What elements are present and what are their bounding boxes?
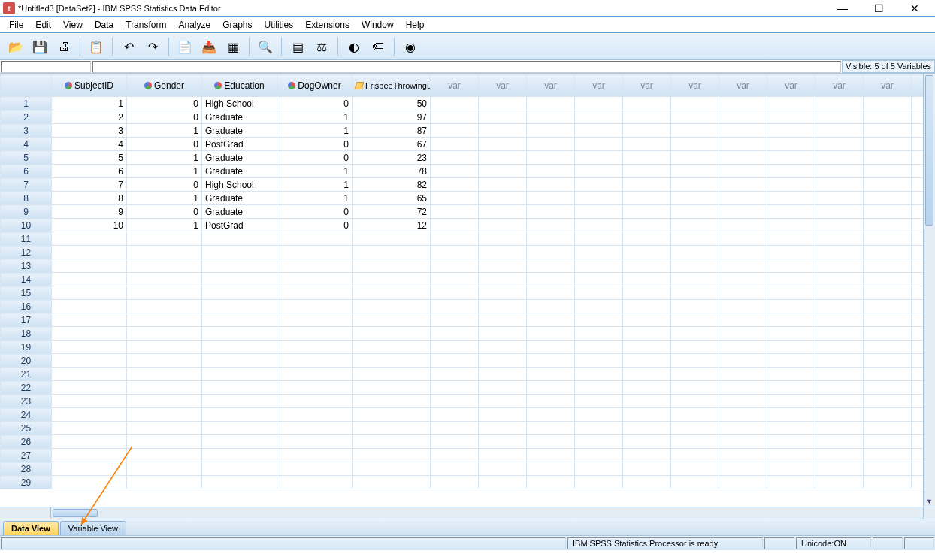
cell-empty[interactable] xyxy=(719,178,767,192)
cell-empty[interactable] xyxy=(479,395,527,408)
cell-empty[interactable] xyxy=(671,435,719,449)
cell[interactable]: 97 xyxy=(353,110,431,124)
cell-empty[interactable] xyxy=(815,178,864,192)
cell-empty[interactable] xyxy=(671,449,719,462)
cell-empty[interactable] xyxy=(479,408,527,422)
cell-empty[interactable] xyxy=(353,422,431,435)
cell-empty[interactable] xyxy=(864,476,912,489)
cell-empty[interactable] xyxy=(815,110,864,124)
cell-empty[interactable] xyxy=(52,408,127,422)
vscroll-thumb[interactable] xyxy=(925,75,933,226)
cell-empty[interactable] xyxy=(202,300,277,313)
cell-empty[interactable] xyxy=(719,205,767,219)
cell-empty[interactable] xyxy=(353,341,431,354)
column-header-dogowner[interactable]: DogOwner xyxy=(277,74,353,97)
cell-empty[interactable] xyxy=(671,381,719,395)
cell-empty[interactable] xyxy=(671,395,719,408)
vertical-scrollbar[interactable]: ▲ ▼ xyxy=(923,74,935,507)
cell-empty[interactable] xyxy=(353,286,431,300)
cell-empty[interactable] xyxy=(431,97,479,110)
toolbar-redo-button[interactable]: ↷ xyxy=(141,36,164,57)
cell-empty[interactable] xyxy=(527,138,575,151)
cell-empty[interactable] xyxy=(912,286,924,300)
column-header-subjectid[interactable]: SubjectID xyxy=(52,74,127,97)
cell-empty[interactable] xyxy=(815,368,864,381)
cell-empty[interactable] xyxy=(671,422,719,435)
cell-empty[interactable] xyxy=(623,341,671,354)
cell-empty[interactable] xyxy=(527,232,575,246)
column-header-empty[interactable]: var xyxy=(912,74,924,97)
cell-empty[interactable] xyxy=(575,232,623,246)
cell-empty[interactable] xyxy=(202,354,277,368)
cell-empty[interactable] xyxy=(527,341,575,354)
data-grid[interactable]: SubjectIDGenderEducationDogOwnerFrisbeeT… xyxy=(0,74,923,507)
cell-empty[interactable] xyxy=(864,286,912,300)
cell-empty[interactable] xyxy=(671,273,719,286)
cell[interactable]: 87 xyxy=(353,124,431,138)
cell[interactable]: 0 xyxy=(277,97,353,110)
cell-empty[interactable] xyxy=(353,246,431,259)
cell-empty[interactable] xyxy=(864,422,912,435)
cell-empty[interactable] xyxy=(575,327,623,341)
cell-empty[interactable] xyxy=(671,165,719,178)
cell-empty[interactable] xyxy=(527,313,575,327)
cell-empty[interactable] xyxy=(353,368,431,381)
cell-empty[interactable] xyxy=(719,462,767,476)
cell-empty[interactable] xyxy=(127,259,202,273)
column-header-empty[interactable]: var xyxy=(479,74,527,97)
cell-empty[interactable] xyxy=(353,381,431,395)
cell-empty[interactable] xyxy=(202,381,277,395)
cell-empty[interactable] xyxy=(815,97,864,110)
cell-empty[interactable] xyxy=(527,124,575,138)
cell-empty[interactable] xyxy=(353,232,431,246)
cell-empty[interactable] xyxy=(575,462,623,476)
cell[interactable]: 0 xyxy=(127,205,202,219)
cell-empty[interactable] xyxy=(719,165,767,178)
cell-empty[interactable] xyxy=(719,368,767,381)
cell-empty[interactable] xyxy=(623,273,671,286)
cell-empty[interactable] xyxy=(912,381,924,395)
cell-empty[interactable] xyxy=(127,313,202,327)
cell-empty[interactable] xyxy=(479,381,527,395)
cell-empty[interactable] xyxy=(864,408,912,422)
cell-empty[interactable] xyxy=(527,151,575,165)
cell[interactable]: Graduate xyxy=(202,151,277,165)
cell-empty[interactable] xyxy=(527,354,575,368)
cell-empty[interactable] xyxy=(767,381,815,395)
cell-empty[interactable] xyxy=(127,435,202,449)
menu-edit[interactable]: Edit xyxy=(29,18,57,32)
cell-empty[interactable] xyxy=(767,354,815,368)
cell-empty[interactable] xyxy=(431,124,479,138)
row-header[interactable]: 12 xyxy=(1,246,52,259)
cell[interactable]: 1 xyxy=(127,165,202,178)
cell-empty[interactable] xyxy=(353,273,431,286)
cell-empty[interactable] xyxy=(623,286,671,300)
cell-empty[interactable] xyxy=(431,327,479,341)
cell-empty[interactable] xyxy=(912,435,924,449)
cell-empty[interactable] xyxy=(767,219,815,232)
cell-empty[interactable] xyxy=(623,110,671,124)
cell-empty[interactable] xyxy=(431,138,479,151)
cell-empty[interactable] xyxy=(277,422,353,435)
toolbar-use-sets-button[interactable]: ◉ xyxy=(399,36,422,57)
cell-empty[interactable] xyxy=(479,205,527,219)
cell[interactable]: 4 xyxy=(52,138,127,151)
cell-empty[interactable] xyxy=(575,381,623,395)
cell-empty[interactable] xyxy=(431,368,479,381)
cell-empty[interactable] xyxy=(671,476,719,489)
cell-empty[interactable] xyxy=(623,327,671,341)
row-header[interactable]: 19 xyxy=(1,341,52,354)
cell-empty[interactable] xyxy=(864,205,912,219)
cell-empty[interactable] xyxy=(912,408,924,422)
cell-empty[interactable] xyxy=(277,341,353,354)
cell-empty[interactable] xyxy=(864,435,912,449)
cell[interactable]: High School xyxy=(202,97,277,110)
cell-empty[interactable] xyxy=(815,354,864,368)
cell[interactable]: 0 xyxy=(277,151,353,165)
toolbar-split-button[interactable]: ▤ xyxy=(286,36,309,57)
cell-empty[interactable] xyxy=(52,273,127,286)
cell-empty[interactable] xyxy=(815,449,864,462)
cell-empty[interactable] xyxy=(431,110,479,124)
cell-empty[interactable] xyxy=(479,341,527,354)
cell-empty[interactable] xyxy=(202,476,277,489)
